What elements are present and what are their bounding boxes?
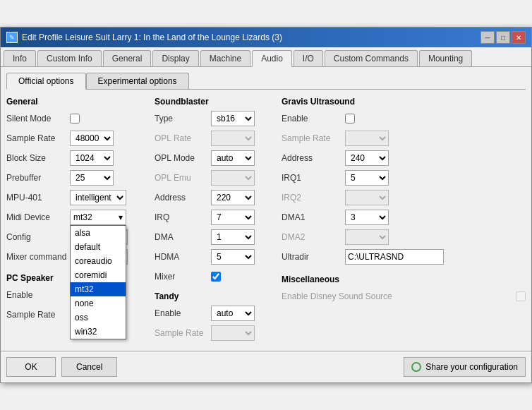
minimize-button[interactable]: ─	[480, 31, 495, 44]
block-size-select[interactable]: 256 512 1024 2048 4096	[70, 150, 114, 166]
gravis-sample-rate-select[interactable]	[345, 131, 389, 146]
sb-address-select[interactable]: 220 240 260 280	[211, 190, 255, 205]
tab-audio[interactable]: Audio	[252, 50, 292, 67]
soundblaster-label: Soundblaster	[155, 97, 274, 107]
midi-dropdown-list: alsa default coreaudio coremidi mt32 non…	[70, 225, 126, 339]
sb-hdma-select[interactable]: 0 1 3 5 6 7	[211, 249, 255, 265]
opl-rate-row: OPL Rate	[155, 131, 274, 146]
sb-hdma-label: HDMA	[155, 252, 211, 262]
ok-button[interactable]: OK	[6, 357, 56, 377]
midi-option-default[interactable]: default	[71, 240, 126, 254]
tab-mounting[interactable]: Mounting	[419, 50, 472, 66]
cancel-button[interactable]: Cancel	[61, 357, 117, 377]
gravis-sample-rate-row: Sample Rate	[282, 131, 526, 146]
ultradir-input[interactable]	[345, 249, 444, 265]
sb-dma-row: DMA 0 1 3 5 6 7	[155, 229, 274, 245]
disney-row: Enable Disney Sound Source	[282, 289, 526, 304]
silent-mode-row: Silent Mode	[6, 111, 147, 126]
gravis-irq1-label: IRQ1	[282, 173, 345, 183]
tab-machine[interactable]: Machine	[200, 50, 250, 66]
share-label: Share your configuration	[425, 362, 518, 372]
sub-tab-official[interactable]: Official options	[6, 73, 86, 90]
opl-emu-row: OPL Emu	[155, 170, 274, 186]
disney-checkbox[interactable]	[516, 291, 526, 301]
right-column: Gravis Ultrasound Enable Sample Rate Add…	[282, 97, 526, 345]
gravis-dma2-row: DMA2	[282, 229, 526, 245]
sub-tab-bar: Official options Experimental options	[6, 73, 526, 90]
gravis-label: Gravis Ultrasound	[282, 97, 526, 107]
sample-rate-row: Sample Rate 8000 11025 16000 22050 32000…	[6, 131, 147, 146]
sb-irq-select[interactable]: 3 5 7 9 10 11 12	[211, 210, 255, 225]
tandy-enable-select[interactable]: auto on off	[211, 306, 255, 321]
sb-type-select[interactable]: none sb1 sb2 sbpro1 sbpro2 sb16 gb	[211, 111, 255, 126]
silent-mode-checkbox[interactable]	[70, 114, 80, 123]
sb-dma-label: DMA	[155, 232, 211, 242]
tandy-sample-rate-select[interactable]	[211, 325, 255, 341]
midi-option-mt32[interactable]: mt32	[71, 282, 126, 296]
midi-option-alsa[interactable]: alsa	[71, 226, 126, 240]
left-column: General Silent Mode Sample Rate 8000 110…	[6, 97, 147, 345]
tab-display[interactable]: Display	[152, 50, 198, 66]
tab-custom-commands[interactable]: Custom Commands	[325, 50, 418, 66]
midi-option-none[interactable]: none	[71, 296, 126, 310]
window-title: Edit Profile Leisure Suit Larry 1: In th…	[22, 32, 282, 42]
sb-address-label: Address	[155, 193, 211, 203]
gravis-irq2-label: IRQ2	[282, 193, 345, 203]
main-tab-bar: Info Custom Info General Display Machine…	[1, 47, 531, 67]
gravis-dma2-select[interactable]	[345, 229, 389, 245]
tab-custom-info[interactable]: Custom Info	[37, 50, 102, 66]
gravis-dma1-select[interactable]: 0 1 3 5 6 7	[345, 210, 389, 225]
midi-option-coreaudio[interactable]: coreaudio	[71, 254, 126, 268]
pc-speaker-enable-label: Enable	[6, 290, 70, 300]
gravis-address-select[interactable]: 210 220 230 240 250 260	[345, 150, 389, 166]
opl-emu-select[interactable]	[211, 170, 255, 186]
share-icon	[411, 362, 421, 372]
dropdown-arrow-icon: ▾	[119, 212, 123, 222]
midi-option-win32[interactable]: win32	[71, 325, 126, 339]
mpu401-select[interactable]: none uart intelligent	[70, 190, 126, 205]
disney-label: Enable Disney Sound Source	[282, 291, 513, 301]
gravis-dma2-label: DMA2	[282, 232, 345, 242]
footer-buttons: OK Cancel	[6, 357, 117, 377]
sb-hdma-row: HDMA 0 1 3 5 6 7	[155, 249, 274, 265]
sb-mixer-checkbox[interactable]	[211, 272, 221, 282]
sub-tab-experimental[interactable]: Experimental options	[86, 73, 189, 89]
midi-device-dropdown-button[interactable]: mt32 ▾	[70, 210, 126, 225]
close-button[interactable]: ✕	[512, 31, 526, 44]
opl-mode-row: OPL Mode auto cms opl2 dualopl2 opl3 opl…	[155, 150, 274, 166]
midi-option-oss[interactable]: oss	[71, 310, 126, 325]
tandy-sample-rate-row: Sample Rate	[155, 325, 274, 341]
midi-device-value: mt32	[73, 212, 92, 222]
midi-option-coremidi[interactable]: coremidi	[71, 268, 126, 282]
tandy-label: Tandy	[155, 291, 274, 301]
gravis-irq2-select[interactable]	[345, 190, 389, 205]
gravis-irq1-select[interactable]: 3 5 7 11 12 15	[345, 170, 389, 186]
share-button[interactable]: Share your configuration	[404, 357, 526, 377]
sb-irq-row: IRQ 3 5 7 9 10 11 12	[155, 210, 274, 225]
title-buttons: ─ □ ✕	[480, 31, 526, 44]
footer: OK Cancel Share your configuration	[1, 351, 531, 382]
tandy-enable-label: Enable	[155, 308, 211, 318]
block-size-row: Block Size 256 512 1024 2048 4096	[6, 150, 147, 166]
prebuffer-select[interactable]: 25	[70, 170, 114, 186]
pc-speaker-sample-rate-label: Sample Rate	[6, 310, 70, 320]
sb-address-row: Address 220 240 260 280	[155, 190, 274, 205]
gravis-irq2-row: IRQ2	[282, 190, 526, 205]
block-size-label: Block Size	[6, 153, 70, 163]
opl-mode-select[interactable]: auto cms opl2 dualopl2 opl3 opl3gold non…	[211, 150, 255, 166]
sb-dma-select[interactable]: 0 1 3 5 6 7	[211, 229, 255, 245]
tab-general[interactable]: General	[103, 50, 152, 66]
tab-info[interactable]: Info	[4, 50, 36, 66]
middle-column: Soundblaster Type none sb1 sb2 sbpro1 sb…	[155, 97, 274, 345]
gravis-enable-checkbox[interactable]	[345, 114, 355, 123]
general-group-label: General	[6, 97, 147, 107]
opl-rate-select[interactable]	[211, 131, 255, 146]
gravis-irq1-row: IRQ1 3 5 7 11 12 15	[282, 170, 526, 186]
sample-rate-select[interactable]: 8000 11025 16000 22050 32000 44100 48000…	[70, 131, 114, 146]
mixer-command-label: Mixer command	[6, 252, 70, 262]
maximize-button[interactable]: □	[496, 31, 510, 44]
tab-io[interactable]: I/O	[294, 50, 323, 66]
gravis-sample-rate-label: Sample Rate	[282, 133, 345, 143]
silent-mode-label: Silent Mode	[6, 114, 70, 123]
gravis-enable-label: Enable	[282, 114, 345, 123]
